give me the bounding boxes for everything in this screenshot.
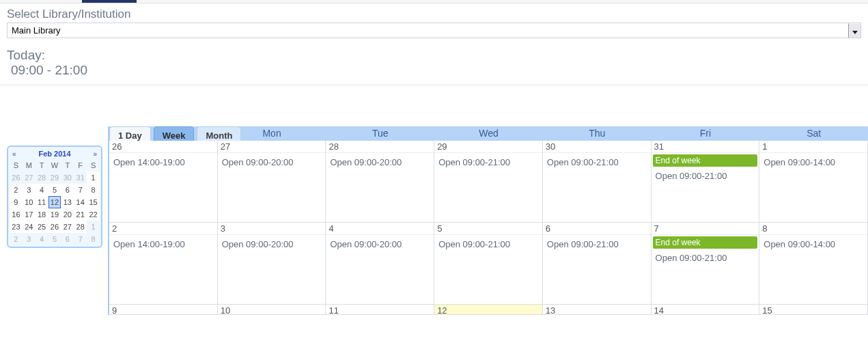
calendar-day-cell[interactable]: 3Open 09:00-20:00 — [218, 223, 326, 305]
calendar-day-number: 28 — [326, 141, 434, 153]
calendar-day-cell[interactable]: 30Open 09:00-21:00 — [543, 141, 652, 223]
mini-cal-day[interactable]: 13 — [61, 196, 74, 208]
mini-cal-day[interactable]: 6 — [61, 233, 74, 245]
mini-cal-day[interactable]: 29 — [48, 171, 61, 184]
mini-cal-day[interactable]: 20 — [61, 208, 74, 221]
mini-cal-day[interactable]: 25 — [36, 221, 48, 233]
calendar-event-text[interactable]: Open 14:00-19:00 — [109, 157, 217, 167]
mini-cal-day[interactable]: 9 — [10, 196, 23, 208]
calendar-week-row: 9101112131415 — [109, 305, 868, 315]
chevron-double-right-icon: » — [93, 150, 97, 158]
mini-cal-day[interactable]: 8 — [87, 233, 100, 245]
calendar-day-cell[interactable]: 26Open 14:00-19:00 — [109, 141, 218, 223]
mini-cal-day[interactable]: 27 — [23, 171, 36, 184]
library-select[interactable] — [7, 23, 861, 38]
mini-cal-day[interactable]: 2 — [10, 184, 23, 196]
mini-cal-day[interactable]: 3 — [23, 184, 36, 196]
mini-cal-day[interactable]: 5 — [48, 184, 61, 196]
calendar-day-header: Wed — [434, 126, 543, 141]
calendar-event-text[interactable]: Open 09:00-21:00 — [543, 157, 651, 167]
calendar-day-cell[interactable]: 14 — [652, 305, 760, 315]
calendar-day-cell[interactable]: 1Open 09:00-14:00 — [759, 141, 868, 223]
calendar-day-cell[interactable]: 2Open 14:00-19:00 — [109, 223, 218, 305]
mini-cal-day[interactable]: 14 — [74, 196, 87, 208]
mini-cal-day[interactable]: 22 — [87, 208, 100, 221]
library-select-dropdown-button[interactable] — [848, 23, 860, 38]
mini-cal-day[interactable]: 7 — [74, 233, 87, 245]
mini-cal-day[interactable]: 19 — [48, 208, 61, 221]
mini-cal-day[interactable]: 2 — [10, 233, 23, 245]
mini-calendar-grid: SMTWTFS262728293031123456789101112131415… — [10, 159, 100, 245]
calendar-event-text[interactable]: Open 09:00-20:00 — [218, 157, 326, 167]
calendar-day-cell[interactable]: 29Open 09:00-21:00 — [434, 141, 543, 223]
mini-cal-day[interactable]: 10 — [23, 196, 36, 208]
calendar-day-cell[interactable]: 15 — [759, 305, 868, 315]
divider — [0, 85, 868, 85]
mini-cal-day[interactable]: 4 — [36, 184, 48, 196]
calendar-day-number: 27 — [218, 141, 326, 153]
calendar-area: 1 Day Week Month « Feb 2014 » SMTWTFS262… — [0, 126, 868, 315]
mini-cal-day[interactable]: 18 — [36, 208, 48, 221]
calendar-event-text[interactable]: Open 09:00-14:00 — [759, 239, 867, 249]
calendar-day-cell[interactable]: 13 — [543, 305, 652, 315]
calendar-grid: SunMonTueWedThuFriSat 26Open 14:00-19:00… — [108, 126, 868, 315]
calendar-day-cell[interactable]: 9 — [109, 305, 218, 315]
mini-cal-day[interactable]: 5 — [48, 233, 61, 245]
mini-cal-day[interactable]: 11 — [36, 196, 48, 208]
calendar-event-text[interactable]: Open 09:00-21:00 — [434, 157, 542, 167]
calendar-event-badge[interactable]: End of week — [653, 236, 758, 249]
calendar-day-header: Tue — [326, 126, 434, 141]
calendar-event-text[interactable]: Open 09:00-21:00 — [543, 239, 651, 249]
library-select-input[interactable] — [8, 23, 848, 38]
calendar-event-text[interactable]: Open 09:00-21:00 — [652, 171, 759, 181]
calendar-event-text[interactable]: Open 09:00-20:00 — [218, 239, 326, 249]
mini-cal-day[interactable]: 4 — [36, 233, 48, 245]
calendar-event-text[interactable]: Open 09:00-21:00 — [652, 253, 759, 263]
calendar-event-badge[interactable]: End of week — [653, 154, 758, 167]
calendar-day-cell[interactable]: 12 — [434, 305, 543, 315]
calendar-day-header: Thu — [543, 126, 652, 141]
mini-cal-day[interactable]: 27 — [61, 221, 74, 233]
mini-cal-day[interactable]: 17 — [23, 208, 36, 221]
mini-cal-prev[interactable]: « — [11, 150, 18, 158]
calendar-day-cell[interactable]: 6Open 09:00-21:00 — [543, 223, 652, 305]
mini-cal-day[interactable]: 31 — [74, 171, 87, 184]
calendar-event-text[interactable]: Open 09:00-20:00 — [326, 239, 434, 249]
mini-cal-next[interactable]: » — [92, 150, 98, 158]
mini-cal-day[interactable]: 28 — [74, 221, 87, 233]
calendar-event-text[interactable]: Open 09:00-21:00 — [434, 239, 542, 249]
mini-cal-day[interactable]: 16 — [10, 208, 23, 221]
mini-cal-day[interactable]: 21 — [74, 208, 87, 221]
calendar-event-text[interactable]: Open 09:00-14:00 — [759, 157, 867, 167]
calendar-day-cell[interactable]: 11 — [326, 305, 434, 315]
calendar-day-cell[interactable]: 31End of weekOpen 09:00-21:00 — [652, 141, 760, 223]
mini-cal-day[interactable]: 1 — [87, 171, 100, 184]
calendar-day-cell[interactable]: 28Open 09:00-20:00 — [326, 141, 434, 223]
calendar-day-cell[interactable]: 7End of weekOpen 09:00-21:00 — [652, 223, 760, 305]
mini-cal-day[interactable]: 1 — [87, 221, 100, 233]
mini-cal-day[interactable]: 30 — [61, 171, 74, 184]
mini-cal-day[interactable]: 7 — [74, 184, 87, 196]
mini-cal-day[interactable]: 26 — [48, 221, 61, 233]
mini-cal-day[interactable]: 12 — [48, 196, 61, 208]
calendar-day-cell[interactable]: 5Open 09:00-21:00 — [434, 223, 543, 305]
mini-cal-day[interactable]: 6 — [61, 184, 74, 196]
mini-cal-day[interactable]: 8 — [87, 184, 100, 196]
mini-cal-day[interactable]: 23 — [10, 221, 23, 233]
mini-cal-day[interactable]: 26 — [10, 171, 23, 184]
calendar-day-cell[interactable]: 27Open 09:00-20:00 — [218, 141, 326, 223]
mini-cal-dow: M — [23, 159, 36, 171]
calendar-day-cell[interactable]: 10 — [218, 305, 326, 315]
today-hours: 09:00 - 21:00 — [7, 63, 87, 77]
mini-cal-day[interactable]: 24 — [23, 221, 36, 233]
chevron-double-left-icon: « — [12, 150, 16, 158]
calendar-event-text[interactable]: Open 09:00-20:00 — [326, 157, 434, 167]
calendar-day-cell[interactable]: 8Open 09:00-14:00 — [759, 223, 868, 305]
calendar-day-cell[interactable]: 4Open 09:00-20:00 — [326, 223, 434, 305]
calendar-day-number: 7 — [652, 223, 759, 235]
mini-cal-day[interactable]: 28 — [36, 171, 48, 184]
mini-cal-day[interactable]: 3 — [23, 233, 36, 245]
calendar-day-number: 26 — [109, 141, 217, 153]
mini-cal-day[interactable]: 15 — [87, 196, 100, 208]
calendar-event-text[interactable]: Open 14:00-19:00 — [109, 239, 217, 249]
